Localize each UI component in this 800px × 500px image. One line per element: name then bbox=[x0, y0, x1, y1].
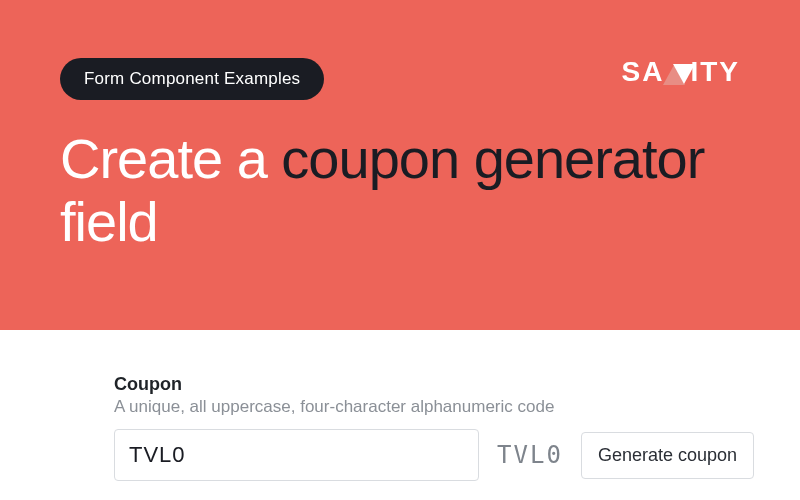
form-section: Coupon A unique, all uppercase, four-cha… bbox=[0, 330, 800, 481]
headline-part-1: Create a bbox=[60, 127, 281, 190]
generate-coupon-button[interactable]: Generate coupon bbox=[581, 432, 754, 479]
category-pill: Form Component Examples bbox=[60, 58, 324, 100]
coupon-field-description: A unique, all uppercase, four-character … bbox=[114, 397, 740, 417]
coupon-field-label: Coupon bbox=[114, 374, 740, 395]
hero-banner: Form Component Examples SAITY Create a c… bbox=[0, 0, 800, 330]
headline-part-2: coupon generator bbox=[281, 127, 704, 190]
coupon-field-row: TVL0 Generate coupon bbox=[114, 429, 754, 481]
page-title: Create a coupon generator field bbox=[60, 128, 740, 253]
coupon-preview: TVL0 bbox=[497, 441, 563, 469]
headline-part-3: field bbox=[60, 190, 158, 253]
coupon-input[interactable] bbox=[114, 429, 479, 481]
brand-logo: SAITY bbox=[622, 56, 740, 88]
